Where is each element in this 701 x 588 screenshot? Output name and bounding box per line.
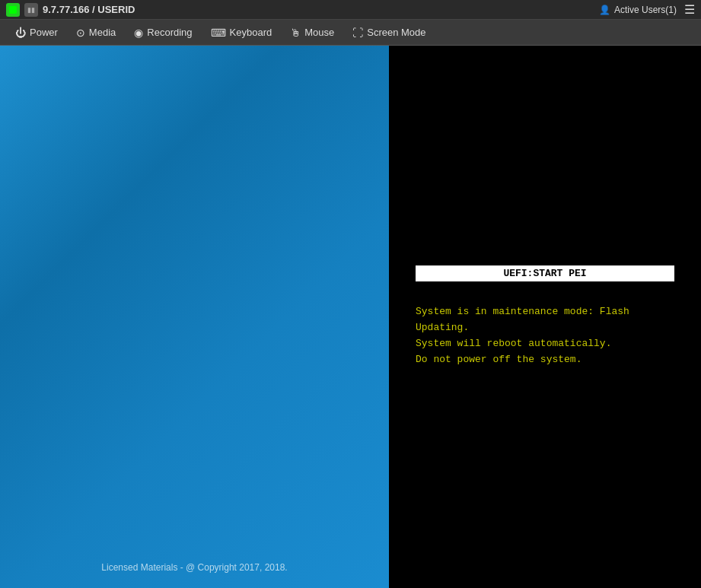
user-icon: 👤 xyxy=(599,5,610,15)
right-panel-terminal: UEFI:START PEI System is in maintenance … xyxy=(389,46,701,588)
recording-label: Recording xyxy=(147,27,192,38)
copyright-text: Licensed Materials - @ Copyright 2017, 2… xyxy=(101,562,287,573)
title-bar-left: ▮▮ 9.7.77.166 / USERID xyxy=(6,3,135,17)
power-led-indicator xyxy=(6,3,20,17)
server-address: 9.7.77.166 / USERID xyxy=(43,4,135,15)
screen-mode-icon: ⛶ xyxy=(352,27,363,39)
power-led-green xyxy=(9,6,17,14)
title-bar: ▮▮ 9.7.77.166 / USERID 👤 Active Users(1)… xyxy=(0,0,701,20)
maintenance-message: System is in maintenance mode: Flash Upd… xyxy=(416,304,674,367)
recording-icon: ◉ xyxy=(134,27,143,39)
maintenance-line-1: System is in maintenance mode: Flash Upd… xyxy=(416,304,674,336)
menu-item-mouse[interactable]: 🖱 Mouse xyxy=(282,24,342,42)
power-label: Power xyxy=(30,27,58,38)
menu-bar: ⏻ Power ⊙ Media ◉ Recording ⌨ Keyboard 🖱… xyxy=(0,20,701,46)
active-users-label: Active Users(1) xyxy=(614,5,677,15)
screen-mode-label: Screen Mode xyxy=(367,27,425,38)
menu-item-power[interactable]: ⏻ Power xyxy=(8,24,65,42)
title-separator-icon: ▮▮ xyxy=(24,3,38,17)
menu-item-keyboard[interactable]: ⌨ Keyboard xyxy=(203,24,280,42)
title-bar-right: 👤 Active Users(1) ☰ xyxy=(599,2,695,17)
menu-item-media[interactable]: ⊙ Media xyxy=(69,24,123,42)
power-icon: ⏻ xyxy=(15,27,26,39)
hamburger-menu-icon[interactable]: ☰ xyxy=(684,2,695,17)
uefi-progress-bar: UEFI:START PEI xyxy=(416,265,674,281)
menu-item-recording[interactable]: ◉ Recording xyxy=(126,24,199,42)
terminal-content: UEFI:START PEI System is in maintenance … xyxy=(416,265,674,367)
keyboard-label: Keyboard xyxy=(230,27,272,38)
left-panel-desktop: Licensed Materials - @ Copyright 2017, 2… xyxy=(0,46,389,588)
menu-item-screen-mode[interactable]: ⛶ Screen Mode xyxy=(345,24,433,42)
maintenance-line-2: System will reboot automatically. xyxy=(416,336,674,352)
media-icon: ⊙ xyxy=(76,27,85,39)
media-label: Media xyxy=(89,27,116,38)
keyboard-icon: ⌨ xyxy=(211,27,226,39)
active-users-display: 👤 Active Users(1) xyxy=(599,5,677,15)
main-content: Licensed Materials - @ Copyright 2017, 2… xyxy=(0,46,701,588)
maintenance-line-3: Do not power off the system. xyxy=(416,352,674,368)
mouse-label: Mouse xyxy=(304,27,334,38)
mouse-icon: 🖱 xyxy=(290,27,301,39)
